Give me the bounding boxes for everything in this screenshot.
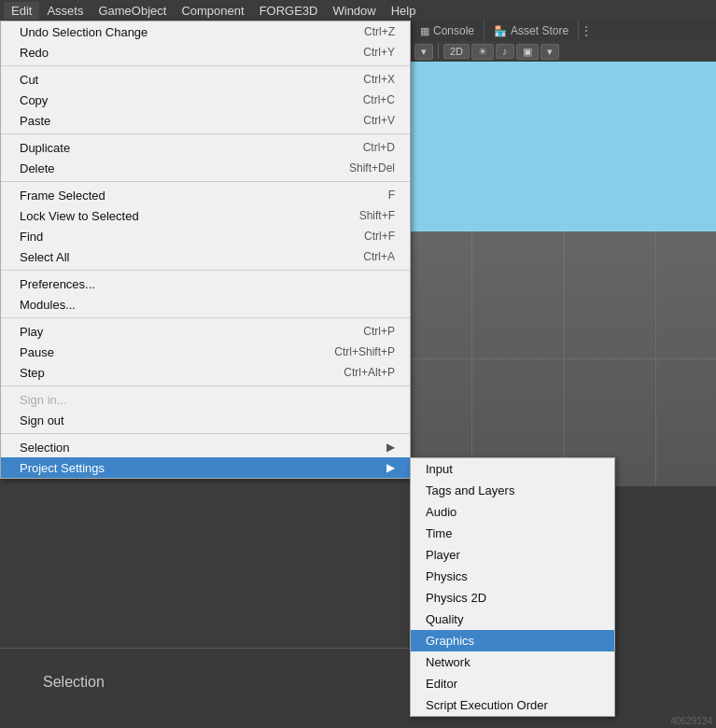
menu-copy[interactable]: Copy Ctrl+C: [1, 90, 410, 110]
toolbar-gizmos-dropdown[interactable]: ▾: [541, 44, 559, 60]
menu-sign-out[interactable]: Sign out: [1, 410, 410, 430]
menu-modules[interactable]: Modules...: [1, 294, 410, 315]
menu-select-all[interactable]: Select All Ctrl+A: [1, 246, 410, 267]
watermark: 40629134: [671, 716, 713, 726]
submenu-tags-layers[interactable]: Tags and Layers: [411, 480, 614, 501]
submenu-time[interactable]: Time: [411, 523, 614, 544]
menu-preferences[interactable]: Preferences...: [1, 273, 410, 294]
grid-line-v1: [471, 231, 472, 485]
asset-store-icon: 🏪: [494, 25, 507, 37]
submenu-physics2d[interactable]: Physics 2D: [411, 587, 614, 609]
toolbar-separator-1: [438, 44, 439, 59]
menu-undo[interactable]: Undo Selection Change Ctrl+Z: [1, 21, 410, 42]
selection-label: Selection: [43, 674, 105, 691]
edit-dropdown-menu: Undo Selection Change Ctrl+Z Redo Ctrl+Y…: [0, 21, 411, 479]
menu-project-settings[interactable]: Project Settings ▶: [1, 457, 410, 478]
submenu-network[interactable]: Network: [411, 651, 614, 673]
menu-duplicate[interactable]: Duplicate Ctrl+D: [1, 137, 410, 158]
submenu-graphics[interactable]: Graphics: [411, 630, 614, 651]
tab-overflow-button[interactable]: ⋮: [579, 23, 594, 38]
toolbar-2d-btn[interactable]: 2D: [443, 44, 470, 59]
submenu-player[interactable]: Player: [411, 544, 614, 566]
menu-item-edit[interactable]: Edit: [4, 2, 39, 20]
scene-viewport: [411, 62, 716, 485]
submenu-audio[interactable]: Audio: [411, 501, 614, 523]
grid-line-v2: [564, 231, 565, 485]
menu-bar: Edit Assets GameObject Component FORGE3D…: [0, 0, 716, 21]
menu-find[interactable]: Find Ctrl+F: [1, 226, 410, 246]
toolbar-dropdown-btn[interactable]: ▾: [414, 44, 433, 60]
menu-item-window[interactable]: Window: [325, 2, 383, 20]
tab-asset-store[interactable]: 🏪 Asset Store: [484, 21, 579, 41]
menu-paste[interactable]: Paste Ctrl+V: [1, 110, 410, 131]
menu-pause[interactable]: Pause Ctrl+Shift+P: [1, 342, 410, 362]
submenu-physics[interactable]: Physics: [411, 566, 614, 587]
project-settings-submenu: Input Tags and Layers Audio Time Player …: [410, 457, 615, 717]
separator-6: [1, 385, 410, 386]
toolbar-light-btn[interactable]: ☀: [471, 44, 494, 60]
menu-item-component[interactable]: Component: [174, 2, 251, 20]
separator-3: [1, 181, 410, 182]
scene-toolbar: ▾ 2D ☀ ♪ ▣ ▾: [411, 41, 716, 62]
menu-play[interactable]: Play Ctrl+P: [1, 321, 410, 342]
submenu-editor[interactable]: Editor: [411, 673, 614, 694]
menu-delete[interactable]: Delete Shift+Del: [1, 158, 410, 178]
separator-2: [1, 133, 410, 134]
menu-step[interactable]: Step Ctrl+Alt+P: [1, 362, 410, 383]
menu-frame-selected[interactable]: Frame Selected F: [1, 185, 410, 205]
menu-item-assets[interactable]: Assets: [39, 2, 91, 20]
menu-cut[interactable]: Cut Ctrl+X: [1, 69, 410, 90]
menu-lock-view[interactable]: Lock View to Selected Shift+F: [1, 205, 410, 226]
separator-4: [1, 270, 410, 271]
menu-item-forge3d[interactable]: FORGE3D: [252, 2, 326, 20]
bottom-left-panel: Selection: [0, 648, 411, 728]
submenu-quality[interactable]: Quality: [411, 609, 614, 630]
submenu-script-execution[interactable]: Script Execution Order: [411, 694, 614, 716]
toolbar-gizmos-btn[interactable]: ▣: [516, 44, 539, 60]
menu-sign-in[interactable]: Sign in...: [1, 389, 410, 410]
menu-item-gameobject[interactable]: GameObject: [91, 2, 174, 20]
separator-1: [1, 65, 410, 66]
submenu-input[interactable]: Input: [411, 458, 614, 480]
separator-5: [1, 317, 410, 318]
toolbar-audio-btn[interactable]: ♪: [496, 44, 514, 59]
tabs-row: ▦ Console 🏪 Asset Store ⋮: [411, 21, 716, 41]
separator-7: [1, 433, 410, 434]
menu-redo[interactable]: Redo Ctrl+Y: [1, 42, 410, 63]
tab-console[interactable]: ▦ Console: [411, 21, 484, 41]
console-icon: ▦: [420, 25, 429, 37]
menu-selection[interactable]: Selection ▶: [1, 437, 410, 457]
menu-item-help[interactable]: Help: [384, 2, 424, 20]
grid-line-v3: [655, 231, 656, 485]
